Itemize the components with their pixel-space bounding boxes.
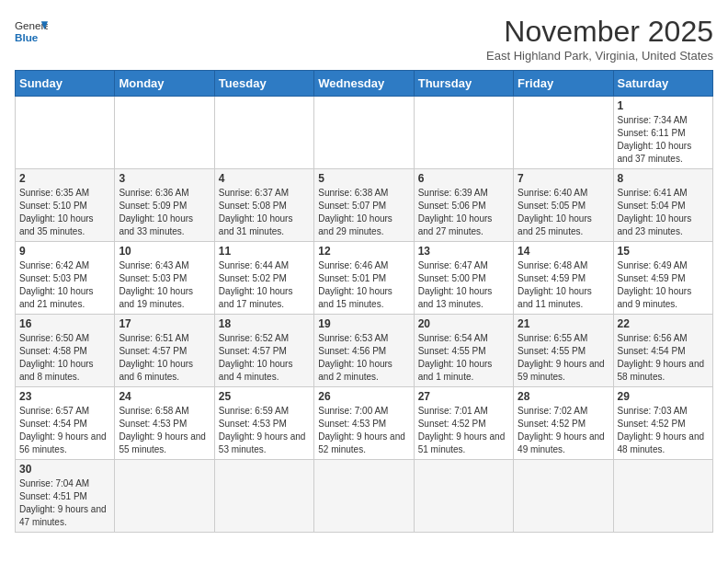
calendar-cell: 9Sunrise: 6:42 AM Sunset: 5:03 PM Daylig… (16, 242, 115, 315)
calendar-week-row: 1Sunrise: 7:34 AM Sunset: 6:11 PM Daylig… (16, 97, 713, 169)
day-info: Sunrise: 6:35 AM Sunset: 5:10 PM Dayligh… (19, 187, 110, 238)
day-info: Sunrise: 6:46 AM Sunset: 5:01 PM Dayligh… (318, 259, 409, 311)
day-number: 29 (618, 390, 709, 403)
day-number: 25 (219, 390, 310, 403)
calendar-cell (314, 460, 414, 533)
day-info: Sunrise: 6:52 AM Sunset: 4:57 PM Dayligh… (219, 332, 310, 384)
calendar-cell (214, 460, 313, 533)
day-number: 10 (119, 245, 210, 258)
day-number: 11 (219, 245, 310, 258)
calendar-cell (214, 97, 313, 169)
calendar-cell: 12Sunrise: 6:46 AM Sunset: 5:01 PM Dayli… (314, 242, 414, 315)
day-number: 2 (19, 172, 110, 185)
day-number: 3 (119, 172, 210, 185)
day-info: Sunrise: 6:57 AM Sunset: 4:54 PM Dayligh… (19, 405, 110, 456)
generalblue-logo-icon: General Blue (15, 15, 48, 48)
day-info: Sunrise: 7:01 AM Sunset: 4:52 PM Dayligh… (418, 405, 509, 456)
calendar-header-row: SundayMondayTuesdayWednesdayThursdayFrid… (16, 71, 713, 97)
calendar-table: SundayMondayTuesdayWednesdayThursdayFrid… (15, 70, 713, 533)
day-info: Sunrise: 6:38 AM Sunset: 5:07 PM Dayligh… (318, 187, 409, 238)
day-number: 13 (418, 245, 509, 258)
calendar-header-monday: Monday (115, 71, 214, 97)
day-info: Sunrise: 6:54 AM Sunset: 4:55 PM Dayligh… (418, 332, 509, 384)
day-info: Sunrise: 7:00 AM Sunset: 4:53 PM Dayligh… (318, 405, 409, 456)
day-info: Sunrise: 6:48 AM Sunset: 4:59 PM Dayligh… (518, 259, 609, 311)
calendar-cell: 3Sunrise: 6:36 AM Sunset: 5:09 PM Daylig… (115, 169, 214, 242)
calendar-cell (115, 460, 214, 533)
calendar-week-row: 23Sunrise: 6:57 AM Sunset: 4:54 PM Dayli… (16, 387, 713, 460)
day-info: Sunrise: 6:36 AM Sunset: 5:09 PM Dayligh… (119, 187, 210, 238)
calendar-cell: 24Sunrise: 6:58 AM Sunset: 4:53 PM Dayli… (115, 387, 214, 460)
calendar-cell: 25Sunrise: 6:59 AM Sunset: 4:53 PM Dayli… (214, 387, 313, 460)
calendar-cell: 17Sunrise: 6:51 AM Sunset: 4:57 PM Dayli… (115, 315, 214, 387)
day-number: 20 (418, 317, 509, 330)
day-number: 28 (518, 390, 609, 403)
calendar-cell: 13Sunrise: 6:47 AM Sunset: 5:00 PM Dayli… (414, 242, 513, 315)
calendar-cell (314, 97, 414, 169)
calendar-cell: 4Sunrise: 6:37 AM Sunset: 5:08 PM Daylig… (214, 169, 313, 242)
day-number: 22 (618, 317, 709, 330)
calendar-header-friday: Friday (514, 71, 613, 97)
day-info: Sunrise: 6:42 AM Sunset: 5:03 PM Dayligh… (19, 259, 110, 311)
calendar-cell: 2Sunrise: 6:35 AM Sunset: 5:10 PM Daylig… (16, 169, 115, 242)
calendar-cell (613, 460, 712, 533)
day-number: 19 (318, 317, 409, 330)
day-info: Sunrise: 6:58 AM Sunset: 4:53 PM Dayligh… (119, 405, 210, 456)
day-number: 14 (518, 245, 609, 258)
day-info: Sunrise: 6:51 AM Sunset: 4:57 PM Dayligh… (119, 332, 210, 384)
calendar-header-tuesday: Tuesday (214, 71, 313, 97)
day-number: 26 (318, 390, 409, 403)
day-number: 17 (119, 317, 210, 330)
day-number: 27 (418, 390, 509, 403)
calendar-cell: 19Sunrise: 6:53 AM Sunset: 4:56 PM Dayli… (314, 315, 414, 387)
calendar-week-row: 16Sunrise: 6:50 AM Sunset: 4:58 PM Dayli… (16, 315, 713, 387)
day-info: Sunrise: 6:47 AM Sunset: 5:00 PM Dayligh… (418, 259, 509, 311)
calendar-cell: 8Sunrise: 6:41 AM Sunset: 5:04 PM Daylig… (613, 169, 712, 242)
calendar-cell (414, 460, 513, 533)
calendar-header-wednesday: Wednesday (314, 71, 414, 97)
day-number: 15 (618, 245, 709, 258)
day-number: 18 (219, 317, 310, 330)
calendar-cell: 7Sunrise: 6:40 AM Sunset: 5:05 PM Daylig… (514, 169, 613, 242)
day-info: Sunrise: 6:59 AM Sunset: 4:53 PM Dayligh… (219, 405, 310, 456)
day-number: 21 (518, 317, 609, 330)
logo: General Blue (15, 15, 48, 48)
day-info: Sunrise: 6:49 AM Sunset: 4:59 PM Dayligh… (618, 259, 709, 311)
day-info: Sunrise: 7:04 AM Sunset: 4:51 PM Dayligh… (19, 477, 110, 529)
calendar-cell: 11Sunrise: 6:44 AM Sunset: 5:02 PM Dayli… (214, 242, 313, 315)
calendar-cell: 10Sunrise: 6:43 AM Sunset: 5:03 PM Dayli… (115, 242, 214, 315)
calendar-cell: 29Sunrise: 7:03 AM Sunset: 4:52 PM Dayli… (613, 387, 712, 460)
calendar-week-row: 2Sunrise: 6:35 AM Sunset: 5:10 PM Daylig… (16, 169, 713, 242)
day-info: Sunrise: 6:43 AM Sunset: 5:03 PM Dayligh… (119, 259, 210, 311)
calendar-header-sunday: Sunday (16, 71, 115, 97)
day-number: 1 (618, 99, 709, 112)
day-number: 5 (318, 172, 409, 185)
day-info: Sunrise: 7:02 AM Sunset: 4:52 PM Dayligh… (518, 405, 609, 456)
svg-text:Blue: Blue (15, 31, 39, 43)
day-number: 9 (19, 245, 110, 258)
day-number: 30 (19, 463, 110, 476)
day-info: Sunrise: 6:39 AM Sunset: 5:06 PM Dayligh… (418, 187, 509, 238)
calendar-header-saturday: Saturday (613, 71, 712, 97)
day-info: Sunrise: 6:50 AM Sunset: 4:58 PM Dayligh… (19, 332, 110, 384)
calendar-cell: 21Sunrise: 6:55 AM Sunset: 4:55 PM Dayli… (514, 315, 613, 387)
calendar-cell: 6Sunrise: 6:39 AM Sunset: 5:06 PM Daylig… (414, 169, 513, 242)
calendar-cell (514, 460, 613, 533)
calendar-cell (514, 97, 613, 169)
calendar-cell: 27Sunrise: 7:01 AM Sunset: 4:52 PM Dayli… (414, 387, 513, 460)
calendar-week-row: 9Sunrise: 6:42 AM Sunset: 5:03 PM Daylig… (16, 242, 713, 315)
day-number: 4 (219, 172, 310, 185)
day-number: 6 (418, 172, 509, 185)
day-number: 24 (119, 390, 210, 403)
calendar-cell (16, 97, 115, 169)
day-number: 12 (318, 245, 409, 258)
calendar-cell: 26Sunrise: 7:00 AM Sunset: 4:53 PM Dayli… (314, 387, 414, 460)
day-number: 8 (618, 172, 709, 185)
calendar-week-row: 30Sunrise: 7:04 AM Sunset: 4:51 PM Dayli… (16, 460, 713, 533)
calendar-cell: 5Sunrise: 6:38 AM Sunset: 5:07 PM Daylig… (314, 169, 414, 242)
day-info: Sunrise: 6:41 AM Sunset: 5:04 PM Dayligh… (618, 187, 709, 238)
calendar-cell: 30Sunrise: 7:04 AM Sunset: 4:51 PM Dayli… (16, 460, 115, 533)
title-area: November 2025 East Highland Park, Virgin… (486, 15, 713, 63)
calendar-cell (115, 97, 214, 169)
day-info: Sunrise: 6:37 AM Sunset: 5:08 PM Dayligh… (219, 187, 310, 238)
